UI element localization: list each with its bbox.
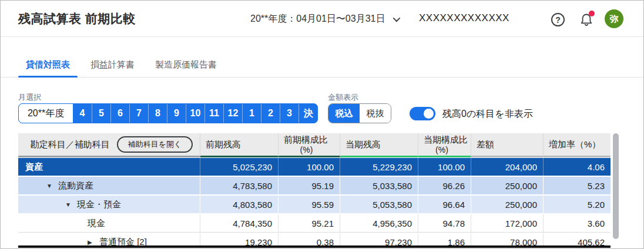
value-cell: 78,000 xyxy=(471,233,544,245)
value-cell: 5,025,230 xyxy=(200,158,279,176)
value-cell: 96.26 xyxy=(418,177,471,194)
fiscal-year-button[interactable]: 20**年度 xyxy=(19,104,73,123)
page-title: 残高試算表 前期比較 xyxy=(18,11,136,27)
app-window: 残高試算表 前期比較 20**年度：04月01日〜03月31日 XXXXXXXX… xyxy=(0,0,644,249)
account-name-cell: ▶普通預金 [2] xyxy=(18,233,200,245)
table-body: 資産5,025,230100.005,229,230100.00204,0004… xyxy=(18,158,611,245)
account-name-label: 流動資産 xyxy=(58,180,93,191)
value-cell: 4.06 xyxy=(544,158,611,176)
tab-貸借対照表[interactable]: 貸借対照表 xyxy=(18,52,78,77)
account-name-label: 現金・預金 xyxy=(77,199,121,210)
value-cell: 405.62 xyxy=(544,233,611,245)
chevron-down-icon xyxy=(393,15,401,22)
top-bar: 残高試算表 前期比較 20**年度：04月01日〜03月31日 XXXXXXXX… xyxy=(1,1,643,37)
value-cell: 4,783,580 xyxy=(200,177,279,194)
open-sub-accounts-button[interactable]: 補助科目を開く xyxy=(117,136,193,153)
toggle-knob xyxy=(424,109,434,119)
value-cell: 100.00 xyxy=(418,158,471,176)
month-button-8[interactable]: 8 xyxy=(148,104,167,123)
value-cell: 172,000 xyxy=(471,214,544,232)
company-name: XXXXXXXXXXXXX xyxy=(419,12,509,24)
month-button-決[interactable]: 決 xyxy=(298,104,317,123)
help-button[interactable]: ? xyxy=(551,13,565,26)
month-button-9[interactable]: 9 xyxy=(167,104,186,123)
table-row-流動資産[interactable]: ▼流動資産4,783,58095.195,033,58096.26250,000… xyxy=(18,177,611,194)
value-cell: 97,230 xyxy=(340,233,418,245)
value-cell: 4,803,580 xyxy=(200,196,279,213)
month-segmented-control: 20**年度 456789101112123決 xyxy=(18,103,318,123)
value-cell: 1.86 xyxy=(418,233,471,245)
column-header-差額: 差額 xyxy=(471,133,544,157)
vertical-scrollbar-thumb[interactable] xyxy=(613,133,619,239)
tax-included-button[interactable]: 税込 xyxy=(328,104,360,123)
column-header-増加率（%）: 増加率（%） xyxy=(544,133,611,157)
value-cell: 96.64 xyxy=(418,196,471,213)
value-cell: 94.78 xyxy=(418,214,471,232)
value-cell: 5,229,230 xyxy=(340,158,418,176)
account-name-label: 普通預金 [2] xyxy=(99,237,147,246)
value-cell: 204,000 xyxy=(471,158,544,176)
value-cell: 250,000 xyxy=(471,196,544,213)
value-cell: 95.19 xyxy=(279,177,340,194)
month-button-10[interactable]: 10 xyxy=(186,104,204,123)
account-name-cell: ▼現金・預金 xyxy=(18,196,200,213)
notification-bell-button[interactable] xyxy=(579,12,594,28)
table-row-現金・預金[interactable]: ▼現金・預金4,803,58095.595,053,58096.64250,00… xyxy=(18,196,611,213)
column-header-当期構成比: 当期構成比(%) xyxy=(418,133,471,157)
collapse-arrow-icon[interactable]: ▼ xyxy=(65,201,77,208)
value-cell: 4,784,350 xyxy=(200,214,279,232)
month-button-2[interactable]: 2 xyxy=(261,104,280,123)
tab-製造原価報告書[interactable]: 製造原価報告書 xyxy=(147,52,224,77)
tax-excluded-button[interactable]: 税抜 xyxy=(360,104,391,123)
account-name-cell: ▼流動資産 xyxy=(18,177,200,194)
expand-arrow-icon[interactable]: ▶ xyxy=(88,239,99,245)
value-cell: 95.59 xyxy=(279,196,340,213)
month-button-4[interactable]: 4 xyxy=(73,104,92,123)
tab-label: 貸借対照表 xyxy=(26,59,70,70)
question-mark-icon: ? xyxy=(555,15,561,25)
value-cell: 5,033,580 xyxy=(340,177,418,194)
value-cell: 100.00 xyxy=(279,158,340,176)
tab-label: 損益計算書 xyxy=(90,59,135,70)
collapse-arrow-icon[interactable]: ▼ xyxy=(46,183,58,189)
account-column-header: 勘定科目／補助科目 補助科目を開く xyxy=(18,133,200,157)
month-button-11[interactable]: 11 xyxy=(204,104,223,123)
fiscal-period-selector[interactable]: 20**年度：04月01日〜03月31日 xyxy=(250,13,398,25)
account-name-cell: 現金 xyxy=(18,214,200,232)
value-cell: 5.23 xyxy=(544,177,611,194)
column-header-前期構成比: 前期構成比(%) xyxy=(279,133,340,157)
fiscal-period-label: 20**年度：04月01日〜03月31日 xyxy=(250,13,385,25)
notification-dot xyxy=(589,11,595,16)
tab-損益計算書[interactable]: 損益計算書 xyxy=(83,52,142,77)
month-button-6[interactable]: 6 xyxy=(110,104,129,123)
table-header-row: 勘定科目／補助科目 補助科目を開く 前期残高前期構成比(%)当期残高当期構成比(… xyxy=(18,133,611,157)
value-cell: 5,053,580 xyxy=(340,196,418,213)
tax-segmented-control: 税込 税抜 xyxy=(328,103,391,123)
month-button-7[interactable]: 7 xyxy=(129,104,148,123)
value-cell: 0.38 xyxy=(279,233,340,245)
avatar[interactable]: 弥 xyxy=(605,9,623,28)
hide-zero-accounts-label: 残高0の科目を非表示 xyxy=(442,108,533,120)
value-cell: 5.20 xyxy=(544,196,611,213)
month-button-12[interactable]: 12 xyxy=(223,104,242,123)
tab-label: 製造原価報告書 xyxy=(155,59,217,70)
value-cell: 250,000 xyxy=(471,177,544,194)
value-cell: 4,956,350 xyxy=(340,214,418,232)
account-name-label: 現金 xyxy=(88,218,105,229)
column-header-当期残高: 当期残高 xyxy=(340,133,418,157)
table-row-資産[interactable]: 資産5,025,230100.005,229,230100.00204,0004… xyxy=(18,158,611,176)
hide-zero-accounts-toggle[interactable] xyxy=(410,107,435,120)
table-row-普通預金 [2][interactable]: ▶普通預金 [2]19,2300.3897,2301.8678,000405.6… xyxy=(18,233,611,245)
month-select-label: 月選択 xyxy=(18,92,41,103)
tab-bar: 貸借対照表 損益計算書 製造原価報告書 xyxy=(1,52,643,78)
month-button-1[interactable]: 1 xyxy=(242,104,261,123)
value-cell: 19,230 xyxy=(200,233,279,245)
month-button-5[interactable]: 5 xyxy=(92,104,110,123)
value-cell: 95.21 xyxy=(279,214,340,232)
table-row-現金[interactable]: 現金4,784,35095.214,956,35094.78172,0003.6… xyxy=(18,214,611,232)
account-name-cell: 資産 xyxy=(18,158,200,176)
table-bottom-divider xyxy=(18,245,611,248)
month-button-3[interactable]: 3 xyxy=(280,104,298,123)
account-column-label: 勘定科目／補助科目 xyxy=(31,139,110,150)
account-name-label: 資産 xyxy=(25,161,43,173)
